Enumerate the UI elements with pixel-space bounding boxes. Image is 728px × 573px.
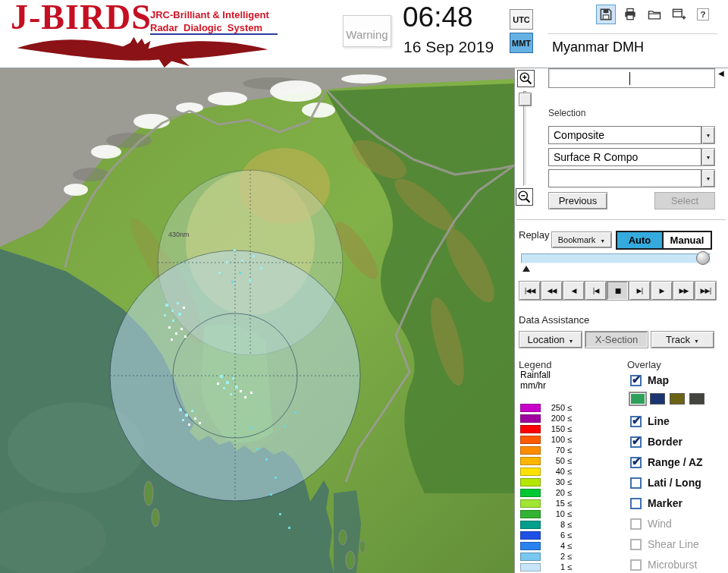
- legend-color-chip: [520, 489, 541, 497]
- legend-unit-name: Rainfall: [520, 370, 551, 380]
- separator: [516, 219, 726, 221]
- playback-step-forward-button[interactable]: ▶|: [629, 281, 651, 301]
- eagle-icon: [8, 35, 278, 71]
- bookmark-button[interactable]: Bookmark: [551, 231, 612, 248]
- timezone-toggle: UTC MMT: [510, 9, 534, 56]
- checkbox[interactable]: [630, 477, 642, 489]
- legend-color-chip: [520, 478, 541, 486]
- checkbox[interactable]: [630, 457, 642, 468]
- xsection-button[interactable]: X-Section: [585, 331, 648, 348]
- overlay-item-line[interactable]: Line: [630, 414, 670, 428]
- manual-mode-button[interactable]: Manual: [662, 231, 712, 250]
- overlay-item-label: Marker: [648, 497, 682, 509]
- replay-label: Replay: [519, 229, 549, 241]
- track-button[interactable]: Track: [651, 331, 714, 348]
- checkbox[interactable]: [630, 436, 642, 448]
- scroll-left-icon[interactable]: ◀: [718, 70, 724, 77]
- composite-dropdown[interactable]: Composite: [548, 126, 701, 144]
- warning-indicator[interactable]: Warning: [343, 15, 391, 47]
- legend-value: 4: [544, 541, 565, 550]
- legend-operator: ≤: [567, 467, 572, 476]
- open-folder-icon[interactable]: [645, 5, 664, 24]
- overlay-item-marker[interactable]: Marker: [630, 496, 682, 510]
- legend-operator: ≤: [567, 499, 572, 508]
- logo-tagline-2: Radar Dialogic System: [150, 22, 262, 33]
- zoom-slider-thumb[interactable]: [519, 93, 532, 106]
- overlay-item-microburst[interactable]: Microburst: [630, 558, 697, 571]
- empty-dropdown[interactable]: [548, 169, 701, 187]
- utc-button[interactable]: UTC: [510, 9, 533, 30]
- playback-skip-first-button[interactable]: |◀◀: [519, 281, 541, 301]
- map-style-swatch-gray[interactable]: [689, 393, 704, 405]
- replay-timeline-track[interactable]: [521, 253, 711, 263]
- checkbox[interactable]: [630, 416, 642, 427]
- station-search-input[interactable]: [548, 68, 715, 88]
- product-dropdown-arrow-icon[interactable]: [701, 148, 715, 166]
- legend-operator: ≤: [567, 445, 572, 455]
- legend-operator: ≤: [567, 562, 572, 571]
- checkbox[interactable]: [630, 518, 642, 530]
- overlay-item-shear-line[interactable]: Shear Line: [630, 537, 699, 551]
- previous-button[interactable]: Previous: [548, 192, 607, 209]
- overlay-item-wind[interactable]: Wind: [630, 517, 672, 530]
- playback-skip-last-button[interactable]: ▶▶|: [695, 281, 717, 301]
- playback-stop-button[interactable]: ■: [607, 281, 629, 301]
- overlay-item-range-az[interactable]: Range / AZ: [630, 455, 703, 469]
- select-button[interactable]: Select: [654, 192, 715, 209]
- legend-row: 10≤: [520, 509, 572, 518]
- legend-value: 1: [544, 562, 565, 571]
- checkbox[interactable]: [630, 375, 642, 386]
- checkbox[interactable]: [630, 559, 642, 571]
- legend-color-chip: [520, 542, 541, 550]
- mmt-button[interactable]: MMT: [510, 33, 533, 53]
- playback-fast-rewind-button[interactable]: ◀◀: [541, 281, 563, 301]
- checkbox[interactable]: [630, 498, 642, 509]
- bookmark-button-label: Bookmark: [558, 235, 596, 244]
- location-button[interactable]: Location: [519, 331, 582, 348]
- add-window-icon[interactable]: [669, 5, 689, 24]
- playback-play-reverse-button[interactable]: ◀: [563, 281, 585, 301]
- legend-value: 8: [544, 520, 565, 529]
- data-assistance-label: Data Assistance: [519, 314, 589, 326]
- overlay-item-lati-long[interactable]: Lati / Long: [630, 476, 701, 490]
- legend-color-chip: [520, 563, 541, 571]
- legend-row: 250≤: [520, 403, 572, 412]
- legend-value: 30: [544, 477, 565, 486]
- legend-row: 1≤: [520, 562, 572, 571]
- save-icon[interactable]: [596, 5, 616, 24]
- header-divider: [548, 33, 717, 34]
- print-icon[interactable]: [620, 5, 640, 24]
- legend-operator: ≤: [567, 424, 572, 433]
- composite-dropdown-arrow-icon[interactable]: [701, 126, 715, 144]
- replay-timeline-handle[interactable]: [696, 251, 710, 265]
- legend-value: 100: [544, 435, 565, 444]
- playback-fast-forward-button[interactable]: ▶▶: [673, 281, 695, 301]
- zoom-out-icon[interactable]: [516, 188, 533, 206]
- playback-step-back-button[interactable]: |◀: [585, 281, 607, 301]
- overlay-item-label: Range / AZ: [648, 456, 703, 468]
- legend-operator: ≤: [567, 541, 572, 550]
- logo-title: J-BIRDS: [11, 0, 152, 37]
- help-icon[interactable]: ?: [693, 5, 713, 24]
- legend-color-chip: [520, 510, 541, 518]
- auto-mode-button[interactable]: Auto: [616, 231, 664, 250]
- overlay-item-label: Border: [648, 436, 682, 448]
- legend-operator: ≤: [567, 520, 572, 529]
- empty-dropdown-arrow-icon[interactable]: [701, 169, 715, 187]
- overlay-item-map[interactable]: Map: [630, 373, 669, 387]
- checkbox[interactable]: [630, 539, 642, 550]
- selection-label: Selection: [548, 108, 585, 118]
- radar-map[interactable]: 430nm: [0, 68, 514, 573]
- map-style-swatch-green[interactable]: [630, 393, 645, 405]
- map-style-swatch-navy[interactable]: [650, 393, 665, 405]
- map-color-swatches: [630, 393, 704, 405]
- legend-row: 150≤: [520, 424, 572, 433]
- app-header: J-BIRDS JRC-Brilliant & Intelligent Rada…: [0, 0, 728, 68]
- overlay-item-border[interactable]: Border: [630, 435, 682, 449]
- replay-position-marker: [522, 266, 530, 272]
- playback-play-button[interactable]: ▶: [651, 281, 673, 301]
- zoom-in-icon[interactable]: [517, 70, 535, 87]
- product-dropdown[interactable]: Surface R Compo: [548, 148, 701, 166]
- chevron-down-icon: [600, 235, 605, 244]
- map-style-swatch-olive[interactable]: [670, 393, 685, 405]
